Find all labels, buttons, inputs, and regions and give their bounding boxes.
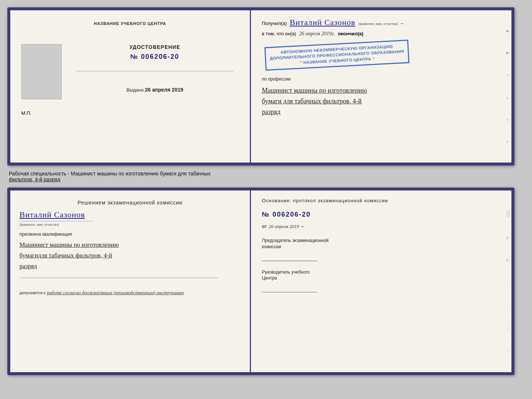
edge-mark-dash3: – [506,141,510,143]
profession-label: по профессии [262,76,502,82]
edge-arrow: ← [506,282,510,285]
top-org-title: НАЗВАНИЕ УЧЕБНОГО ЦЕНТРА [94,21,166,26]
chairman-label1: Председатель экзаменационной [262,238,502,244]
photo-placeholder [21,44,62,99]
edge-mark-dash2: – [506,119,510,121]
cert-title-label: УДОСТОВЕРЕНИЕ [129,44,180,50]
top-certificate: НАЗВАНИЕ УЧЕБНОГО ЦЕНТРА УДОСТОВЕРЕНИЕ №… [7,7,514,165]
basis-title: Основание: протокол экзаменационной коми… [262,198,502,203]
date-block: в том, что он(а) 26 апреля 2019г. окончи… [262,31,502,37]
chairman-block: Председатель экзаменационной комиссии [262,238,502,261]
exam-commission-title: Решением экзаменационной комиссии [19,200,241,206]
qual-line1: Машинист машины по изготовлению [19,240,241,250]
edge-d2: – [506,328,510,330]
edge-d1: – [506,305,510,307]
edge-a: а [506,259,510,261]
edge-i: и [506,237,510,239]
protocol-date: 26 апреля 2019 [269,224,299,229]
headmaster-label1: Руководитель учебного [262,269,502,275]
admission-label: допускается к [19,291,46,295]
profession-line2: бумаги для табачных фильтров, 4-й [262,96,502,107]
bottom-name-block: Виталий Сазонов (фамилия, имя, отчество) [19,210,241,227]
date-prefix: от [262,224,267,229]
completed-label: окончил(а) [338,31,363,36]
profession-block: Машинист машины по изготовлению бумаги д… [262,85,502,117]
top-left-page: НАЗВАНИЕ УЧЕБНОГО ЦЕНТРА УДОСТОВЕРЕНИЕ №… [10,10,251,163]
chairman-signature-line [262,252,317,261]
dash1: – [401,21,403,26]
qualification-block: Машинист машины по изготовлению бумагидл… [19,240,241,272]
received-label: Получил(а) [262,21,287,26]
protocol-number: № 006206-20 [262,211,502,218]
stamp-text: АВТОНОМНУЮ НЕКОММЕРЧЕСКУЮ ОРГАНИЗАЦИЮ ДО… [264,40,409,71]
headmaster-label2: Центра [262,275,502,281]
issued-label: Выдано [126,87,144,93]
page-container: НАЗВАНИЕ УЧЕБНОГО ЦЕНТРА УДОСТОВЕРЕНИЕ №… [7,7,525,375]
bottom-person-name: Виталий Сазонов [19,210,85,220]
between-label-line2: фильтров, 4-й разряд [9,177,523,182]
bottom-certificate: Решением экзаменационной комиссии Витали… [7,188,514,375]
tto-mark: TTo [506,211,510,217]
issued-line: Выдано 26 апреля 2019 [126,87,183,93]
admission-block: допускается к работе согласно должностны… [19,290,241,296]
protocol-date-block: от 26 апреля 2019 – [262,224,502,229]
admission-text: работе согласно должностным (производств… [47,290,184,296]
profession-line1: Машинист машины по изготовлению [262,85,502,96]
edge-mark-arrow: ← [506,74,510,77]
received-block: Получил(а) Виталий Сазонов (фамилия, имя… [262,18,502,27]
edge-mark-dash1: – [506,97,510,99]
bottom-person-subtitle: (фамилия, имя, отчество) [19,223,59,227]
headmaster-block: Руководитель учебного Центра [262,269,502,293]
mp-label: М.П. [21,110,31,116]
cert-number: № 006206-20 [130,53,179,61]
bottom-right-page: Основание: протокол экзаменационной коми… [251,190,511,372]
edge-mark-a: а [506,52,510,54]
edge-d3: – [506,350,510,352]
in-that-label: в том, что он(а) [262,31,296,36]
between-label-underline: фильтров, 4-й разряд [9,177,60,182]
stamp-block: АВТОНОМНУЮ НЕКОММЕРЧЕСКУЮ ОРГАНИЗАЦИЮ ДО… [262,40,502,70]
top-right-page: Получил(а) Виталий Сазонов (фамилия, имя… [251,10,511,163]
between-label-block: Рабочая специальность - Машинист машины … [7,170,525,183]
headmaster-signature-line [262,283,317,292]
chairman-label2: комиссии [262,244,502,250]
qual-line2: бумагидля табачных фильтров, 4-й [19,250,241,261]
recipient-name: Виталий Сазонов [290,18,355,27]
bottom-right-edge-marks: TTo и а ← – – – [504,190,511,372]
date-dash: – [301,224,304,229]
right-edge-marks: и а ← – – – [504,10,511,163]
completed-date: 26 апреля 2019г. [299,31,335,37]
qual-line3: разряд [19,261,241,272]
between-label-line1: Рабочая специальность - Машинист машины … [9,171,523,177]
qualification-label: присвоена квалификация [19,232,241,237]
issued-date: 26 апреля 2019 [145,87,183,93]
bottom-left-page: Решением экзаменационной комиссии Витали… [10,190,251,372]
profession-line3: разряд [262,107,502,117]
edge-mark-i: и [506,30,510,32]
recipient-subtitle: (фамилия, имя, отчество) [358,22,398,26]
